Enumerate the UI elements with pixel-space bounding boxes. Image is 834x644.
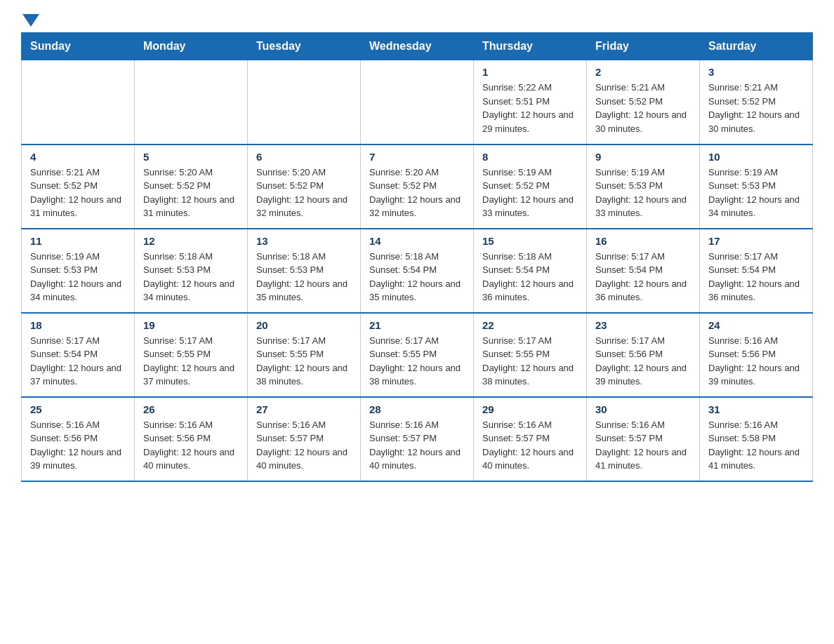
day-number: 8: [482, 151, 578, 163]
calendar-cell: 2Sunrise: 5:21 AM Sunset: 5:52 PM Daylig…: [587, 60, 700, 145]
calendar-cell: 24Sunrise: 5:16 AM Sunset: 5:56 PM Dayli…: [700, 313, 813, 397]
day-info: Sunrise: 5:18 AM Sunset: 5:54 PM Dayligh…: [369, 250, 465, 304]
day-info: Sunrise: 5:21 AM Sunset: 5:52 PM Dayligh…: [595, 81, 691, 135]
day-info: Sunrise: 5:16 AM Sunset: 5:57 PM Dayligh…: [369, 418, 465, 473]
day-number: 20: [256, 319, 352, 331]
calendar-cell: 3Sunrise: 5:21 AM Sunset: 5:52 PM Daylig…: [700, 60, 813, 145]
day-number: 24: [708, 319, 804, 331]
calendar-week-row: 1Sunrise: 5:22 AM Sunset: 5:51 PM Daylig…: [22, 60, 813, 145]
day-number: 22: [482, 319, 578, 331]
page-header: [21, 14, 813, 25]
day-info: Sunrise: 5:17 AM Sunset: 5:56 PM Dayligh…: [595, 334, 691, 389]
day-info: Sunrise: 5:21 AM Sunset: 5:52 PM Dayligh…: [30, 166, 126, 220]
calendar-cell: 15Sunrise: 5:18 AM Sunset: 5:54 PM Dayli…: [474, 229, 587, 313]
calendar-cell: 11Sunrise: 5:19 AM Sunset: 5:53 PM Dayli…: [22, 229, 135, 313]
calendar-cell: 18Sunrise: 5:17 AM Sunset: 5:54 PM Dayli…: [22, 313, 135, 397]
day-info: Sunrise: 5:19 AM Sunset: 5:53 PM Dayligh…: [708, 166, 804, 220]
day-info: Sunrise: 5:20 AM Sunset: 5:52 PM Dayligh…: [369, 166, 465, 220]
calendar-cell: 28Sunrise: 5:16 AM Sunset: 5:57 PM Dayli…: [361, 397, 474, 481]
day-info: Sunrise: 5:17 AM Sunset: 5:55 PM Dayligh…: [143, 334, 239, 389]
day-number: 14: [369, 235, 465, 247]
calendar-cell: 27Sunrise: 5:16 AM Sunset: 5:57 PM Dayli…: [248, 397, 361, 481]
day-info: Sunrise: 5:19 AM Sunset: 5:53 PM Dayligh…: [30, 250, 126, 304]
day-number: 13: [256, 235, 352, 247]
day-info: Sunrise: 5:17 AM Sunset: 5:55 PM Dayligh…: [256, 334, 352, 389]
weekday-header-tuesday: Tuesday: [248, 33, 361, 60]
calendar-cell: 20Sunrise: 5:17 AM Sunset: 5:55 PM Dayli…: [248, 313, 361, 397]
day-number: 30: [595, 403, 691, 415]
day-number: 31: [708, 403, 804, 415]
calendar-cell: [361, 60, 474, 145]
day-number: 15: [482, 235, 578, 247]
calendar-cell: 26Sunrise: 5:16 AM Sunset: 5:56 PM Dayli…: [135, 397, 248, 481]
day-info: Sunrise: 5:16 AM Sunset: 5:57 PM Dayligh…: [256, 418, 352, 473]
calendar-cell: 1Sunrise: 5:22 AM Sunset: 5:51 PM Daylig…: [474, 60, 587, 145]
calendar-cell: 12Sunrise: 5:18 AM Sunset: 5:53 PM Dayli…: [135, 229, 248, 313]
day-info: Sunrise: 5:19 AM Sunset: 5:52 PM Dayligh…: [482, 166, 578, 220]
day-number: 27: [256, 403, 352, 415]
day-info: Sunrise: 5:20 AM Sunset: 5:52 PM Dayligh…: [143, 166, 239, 220]
day-number: 25: [30, 403, 126, 415]
calendar-cell: 21Sunrise: 5:17 AM Sunset: 5:55 PM Dayli…: [361, 313, 474, 397]
calendar-week-row: 25Sunrise: 5:16 AM Sunset: 5:56 PM Dayli…: [22, 397, 813, 481]
calendar-week-row: 18Sunrise: 5:17 AM Sunset: 5:54 PM Dayli…: [22, 313, 813, 397]
weekday-header-friday: Friday: [587, 33, 700, 60]
calendar-cell: 9Sunrise: 5:19 AM Sunset: 5:53 PM Daylig…: [587, 145, 700, 229]
day-info: Sunrise: 5:16 AM Sunset: 5:57 PM Dayligh…: [482, 418, 578, 473]
day-number: 12: [143, 235, 239, 247]
day-number: 19: [143, 319, 239, 331]
calendar-cell: 29Sunrise: 5:16 AM Sunset: 5:57 PM Dayli…: [474, 397, 587, 481]
day-number: 9: [595, 151, 691, 163]
day-number: 16: [595, 235, 691, 247]
calendar-cell: 25Sunrise: 5:16 AM Sunset: 5:56 PM Dayli…: [22, 397, 135, 481]
day-number: 4: [30, 151, 126, 163]
calendar-table: SundayMondayTuesdayWednesdayThursdayFrid…: [21, 32, 813, 482]
calendar-cell: [22, 60, 135, 145]
calendar-cell: 14Sunrise: 5:18 AM Sunset: 5:54 PM Dayli…: [361, 229, 474, 313]
day-info: Sunrise: 5:17 AM Sunset: 5:54 PM Dayligh…: [595, 250, 691, 304]
calendar-cell: 5Sunrise: 5:20 AM Sunset: 5:52 PM Daylig…: [135, 145, 248, 229]
calendar-cell: 30Sunrise: 5:16 AM Sunset: 5:57 PM Dayli…: [587, 397, 700, 481]
day-info: Sunrise: 5:19 AM Sunset: 5:53 PM Dayligh…: [595, 166, 691, 220]
calendar-cell: 7Sunrise: 5:20 AM Sunset: 5:52 PM Daylig…: [361, 145, 474, 229]
calendar-cell: 13Sunrise: 5:18 AM Sunset: 5:53 PM Dayli…: [248, 229, 361, 313]
calendar-header-row: SundayMondayTuesdayWednesdayThursdayFrid…: [22, 33, 813, 60]
calendar-cell: 22Sunrise: 5:17 AM Sunset: 5:55 PM Dayli…: [474, 313, 587, 397]
day-number: 17: [708, 235, 804, 247]
day-info: Sunrise: 5:21 AM Sunset: 5:52 PM Dayligh…: [708, 81, 804, 135]
calendar-cell: 10Sunrise: 5:19 AM Sunset: 5:53 PM Dayli…: [700, 145, 813, 229]
day-info: Sunrise: 5:18 AM Sunset: 5:53 PM Dayligh…: [256, 250, 352, 304]
day-info: Sunrise: 5:17 AM Sunset: 5:54 PM Dayligh…: [30, 334, 126, 389]
day-info: Sunrise: 5:16 AM Sunset: 5:56 PM Dayligh…: [30, 418, 126, 473]
day-number: 1: [482, 66, 578, 78]
day-number: 2: [595, 66, 691, 78]
day-info: Sunrise: 5:16 AM Sunset: 5:56 PM Dayligh…: [708, 334, 804, 389]
calendar-week-row: 4Sunrise: 5:21 AM Sunset: 5:52 PM Daylig…: [22, 145, 813, 229]
day-number: 5: [143, 151, 239, 163]
day-number: 21: [369, 319, 465, 331]
day-info: Sunrise: 5:20 AM Sunset: 5:52 PM Dayligh…: [256, 166, 352, 220]
day-info: Sunrise: 5:16 AM Sunset: 5:58 PM Dayligh…: [708, 418, 804, 473]
calendar-cell: 4Sunrise: 5:21 AM Sunset: 5:52 PM Daylig…: [22, 145, 135, 229]
day-number: 23: [595, 319, 691, 331]
day-info: Sunrise: 5:18 AM Sunset: 5:53 PM Dayligh…: [143, 250, 239, 304]
calendar-cell: 17Sunrise: 5:17 AM Sunset: 5:54 PM Dayli…: [700, 229, 813, 313]
day-info: Sunrise: 5:22 AM Sunset: 5:51 PM Dayligh…: [482, 81, 578, 135]
day-info: Sunrise: 5:16 AM Sunset: 5:56 PM Dayligh…: [143, 418, 239, 473]
weekday-header-monday: Monday: [135, 33, 248, 60]
weekday-header-thursday: Thursday: [474, 33, 587, 60]
weekday-header-sunday: Sunday: [22, 33, 135, 60]
calendar-cell: 8Sunrise: 5:19 AM Sunset: 5:52 PM Daylig…: [474, 145, 587, 229]
weekday-header-saturday: Saturday: [700, 33, 813, 60]
calendar-cell: [135, 60, 248, 145]
day-number: 7: [369, 151, 465, 163]
day-info: Sunrise: 5:18 AM Sunset: 5:54 PM Dayligh…: [482, 250, 578, 304]
day-number: 26: [143, 403, 239, 415]
day-info: Sunrise: 5:17 AM Sunset: 5:55 PM Dayligh…: [369, 334, 465, 389]
day-number: 3: [708, 66, 804, 78]
logo-triangle-icon: [22, 14, 39, 27]
calendar-cell: 23Sunrise: 5:17 AM Sunset: 5:56 PM Dayli…: [587, 313, 700, 397]
day-info: Sunrise: 5:17 AM Sunset: 5:54 PM Dayligh…: [708, 250, 804, 304]
calendar-cell: [248, 60, 361, 145]
day-number: 6: [256, 151, 352, 163]
